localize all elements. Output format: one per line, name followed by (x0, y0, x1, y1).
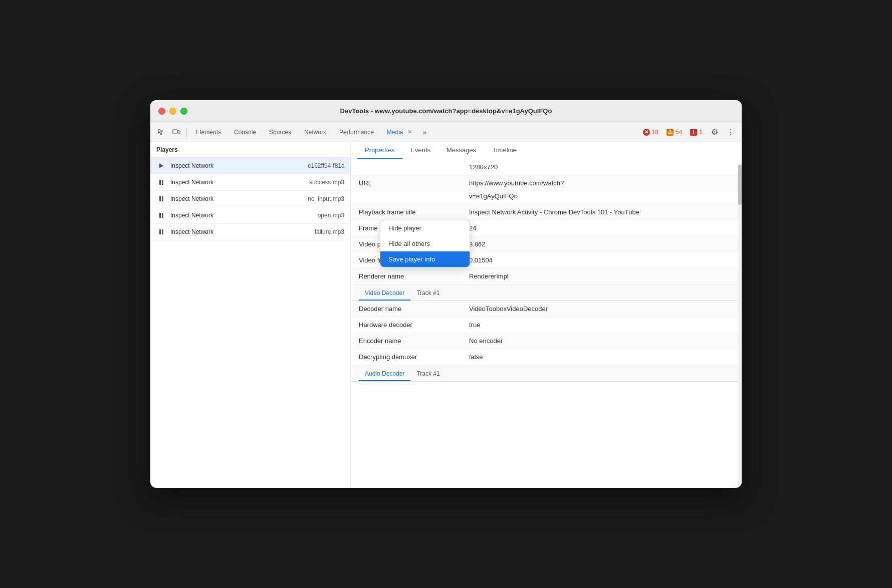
maximize-button[interactable] (180, 108, 187, 115)
traffic-lights (158, 108, 187, 115)
property-row: Encoder name No encoder (351, 333, 742, 349)
player-id: e162ff94-f81c (308, 162, 344, 169)
player-item[interactable]: Inspect Network failure.mp3 (150, 224, 350, 240)
main-tabs: Properties Events Messages Timeline (351, 142, 742, 159)
player-name: Inspect Network (170, 162, 304, 169)
player-id: failure.mp3 (315, 228, 344, 235)
property-row: URL https://www.youtube.com/watch? (351, 175, 742, 191)
property-row: Hardware decoder true (351, 317, 742, 333)
sidebar: Players Inspect Network e162ff94-f81c (150, 142, 351, 488)
player-item[interactable]: Inspect Network no_input.mp3 (150, 191, 350, 207)
error-icon: ✕ (643, 129, 650, 136)
tab-timeline[interactable]: Timeline (484, 142, 525, 159)
prop-value: https://www.youtube.com/watch? (469, 179, 564, 187)
devtools-window: DevTools - www.youtube.com/watch?app=des… (150, 100, 742, 488)
scrollbar-thumb[interactable] (738, 165, 742, 205)
sidebar-header: Players (150, 142, 350, 158)
main-content: Players Inspect Network e162ff94-f81c (150, 142, 742, 488)
prop-value: VideoTooboxVideoDecoder (469, 305, 548, 313)
settings-icon[interactable]: ⚙ (708, 125, 722, 139)
error-badge[interactable]: ✕ 18 (640, 128, 661, 137)
tab-messages[interactable]: Messages (438, 142, 484, 159)
prop-value: Inspect Network Activity - Chrome DevToo… (469, 208, 639, 216)
prop-value: true (469, 321, 480, 329)
player-id: success.mp3 (309, 179, 344, 186)
prop-key: Hardware decoder (359, 321, 469, 329)
section-tab-video-decoder[interactable]: Video Decoder (359, 286, 410, 301)
prop-key: Decrypting demuxer (359, 353, 469, 361)
device-toolbar-icon[interactable] (169, 125, 183, 139)
player-id: open.mp3 (318, 212, 344, 219)
play-icon (156, 161, 166, 171)
properties-content: 1280x720 URL https://www.youtube.com/wat… (351, 159, 742, 488)
tab-properties[interactable]: Properties (357, 142, 402, 159)
warning-badge[interactable]: ⚠ 54 (663, 128, 685, 137)
prop-key: Playback frame title (359, 208, 469, 216)
titlebar: DevTools - www.youtube.com/watch?app=des… (150, 100, 742, 122)
player-item[interactable]: Inspect Network open.mp3 (150, 207, 350, 224)
tab-performance[interactable]: Performance (333, 122, 380, 142)
prop-value: 24 (469, 224, 476, 232)
audio-section-tabs: Audio Decoder Track #1 (351, 365, 742, 382)
prop-value: 1280x720 (469, 163, 498, 171)
player-id: no_input.mp3 (308, 195, 344, 202)
more-tabs-button[interactable]: » (419, 128, 431, 136)
property-row: Playback frame title Inspect Network Act… (351, 204, 742, 220)
context-menu: Hide player Hide all others Save player … (380, 220, 470, 267)
property-row: Renderer name RendererImpl (351, 268, 742, 284)
player-item[interactable]: Inspect Network success.mp3 (150, 174, 350, 191)
pause-icon (156, 177, 166, 187)
window-title: DevTools - www.youtube.com/watch?app=des… (340, 107, 552, 115)
prop-value: 0.01504 (469, 256, 493, 264)
save-player-info-menuitem[interactable]: Save player info (380, 251, 470, 267)
section-tabs: Video Decoder Track #1 (351, 284, 742, 301)
property-row: 1280x720 (351, 159, 742, 175)
property-row: Decrypting demuxer false (351, 349, 742, 365)
more-options-icon[interactable]: ⋮ (724, 125, 738, 139)
prop-value: false (469, 353, 483, 361)
devtools: Elements Console Sources Network Perform… (150, 122, 742, 488)
player-item[interactable]: Inspect Network e162ff94-f81c (150, 158, 350, 174)
prop-key: URL (359, 179, 469, 187)
player-name: Inspect Network (170, 195, 304, 202)
svg-rect-1 (178, 131, 180, 133)
tab-events[interactable]: Events (402, 142, 438, 159)
toolbar: Elements Console Sources Network Perform… (150, 122, 742, 142)
hide-player-menuitem[interactable]: Hide player (380, 220, 470, 236)
section-tab-audio-decoder[interactable]: Audio Decoder (359, 367, 410, 381)
prop-value: v=e1gAyQuIFQo (469, 192, 518, 200)
tab-network[interactable]: Network (298, 122, 332, 142)
section-tab-audio-track1[interactable]: Track #1 (410, 367, 445, 381)
select-element-icon[interactable] (154, 125, 168, 139)
tab-sources[interactable]: Sources (263, 122, 297, 142)
info-badge[interactable]: I 1 (687, 128, 706, 137)
hide-all-others-menuitem[interactable]: Hide all others (380, 236, 470, 251)
pause-icon (156, 194, 166, 204)
tab-media[interactable]: Media ✕ (381, 122, 418, 142)
player-name: Inspect Network (170, 212, 314, 219)
tab-console[interactable]: Console (228, 122, 262, 142)
section-tab-track1[interactable]: Track #1 (410, 286, 445, 301)
toolbar-separator (186, 127, 187, 137)
player-name: Inspect Network (170, 228, 311, 235)
tab-elements[interactable]: Elements (190, 122, 227, 142)
pause-icon (156, 210, 166, 220)
property-row: Decoder name VideoTooboxVideoDecoder (351, 301, 742, 317)
warning-icon: ⚠ (666, 129, 674, 136)
pause-icon (156, 227, 166, 237)
svg-rect-0 (173, 130, 177, 133)
prop-value: No encoder (469, 337, 503, 345)
minimize-button[interactable] (169, 108, 176, 115)
prop-value: RendererImpl (469, 272, 509, 280)
info-icon: I (690, 129, 697, 136)
prop-key: Decoder name (359, 305, 469, 313)
toolbar-right: ✕ 18 ⚠ 54 I 1 ⚙ ⋮ (640, 125, 738, 139)
close-button[interactable] (158, 108, 165, 115)
property-row: v=e1gAyQuIFQo (351, 191, 742, 204)
prop-key: Renderer name (359, 272, 469, 280)
prop-value: 8.862 (469, 240, 486, 248)
main-panel: Hide player Hide all others Save player … (351, 142, 742, 488)
media-tab-close[interactable]: ✕ (407, 129, 412, 135)
scrollbar-track (738, 162, 742, 488)
player-list: Inspect Network e162ff94-f81c Inspect Ne… (150, 158, 350, 488)
